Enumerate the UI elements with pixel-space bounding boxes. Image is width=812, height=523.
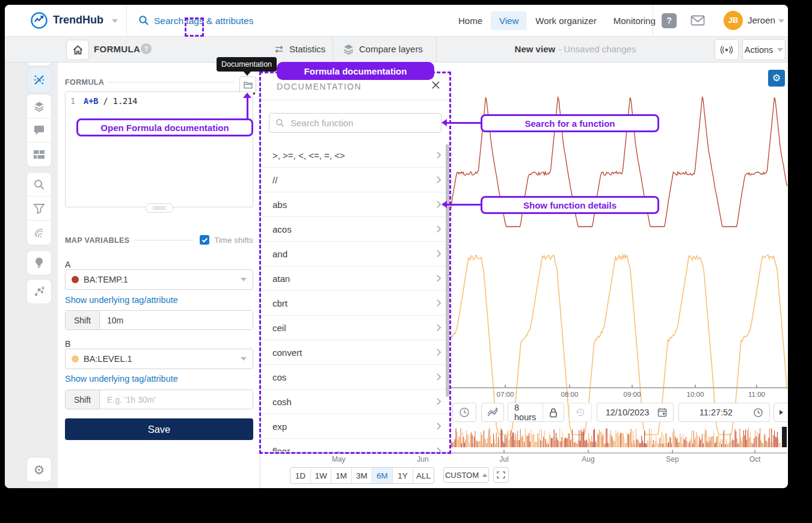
shift-a-input[interactable] bbox=[100, 311, 253, 329]
time-value[interactable]: 11:27:52 bbox=[679, 403, 753, 421]
home-button[interactable] bbox=[66, 40, 89, 60]
sidebar-item-scatter[interactable] bbox=[27, 280, 51, 304]
divider bbox=[133, 240, 193, 240]
function-list-item[interactable]: // bbox=[260, 168, 450, 192]
function-search-field[interactable] bbox=[269, 113, 441, 133]
time-picker-button[interactable] bbox=[452, 403, 476, 422]
save-button[interactable]: Save bbox=[65, 418, 253, 440]
function-list-item[interactable]: >, >=, <, <=, =, <> bbox=[260, 143, 450, 168]
fingerprint-icon bbox=[33, 227, 45, 239]
mail-icon[interactable] bbox=[691, 15, 705, 28]
function-list-item[interactable]: exp bbox=[260, 414, 450, 439]
function-list-item[interactable]: convert bbox=[260, 340, 450, 365]
fit-range-button[interactable] bbox=[493, 467, 509, 483]
help-icon[interactable]: ? bbox=[662, 13, 677, 28]
shift-b-input[interactable] bbox=[100, 390, 253, 409]
sidebar-item-layers[interactable] bbox=[27, 94, 51, 118]
chart-settings-button[interactable]: ⚙ bbox=[768, 70, 785, 87]
time-field[interactable]: 11:27:52 bbox=[678, 403, 770, 422]
variable-a-select[interactable]: BA:TEMP.1 bbox=[65, 269, 253, 290]
scrollbar[interactable] bbox=[446, 144, 449, 397]
trend-options-button[interactable] bbox=[481, 403, 504, 422]
overview-strip[interactable] bbox=[451, 428, 775, 447]
custom-range-button[interactable]: CUSTOM bbox=[443, 467, 489, 483]
date-value[interactable]: 12/10/2023 bbox=[597, 403, 657, 421]
sidebar-item-fingerprint[interactable] bbox=[27, 221, 51, 245]
range-button-1d[interactable]: 1D bbox=[291, 468, 311, 483]
function-search-input[interactable] bbox=[289, 117, 435, 129]
show-underlying-link-b[interactable]: Show underlying tag/attribute bbox=[65, 374, 178, 384]
x-axis-label: 11:00 bbox=[748, 391, 765, 398]
range-button-6m[interactable]: 6M bbox=[372, 468, 393, 483]
function-list-item[interactable]: and bbox=[260, 242, 450, 266]
close-icon[interactable] bbox=[431, 81, 440, 92]
function-list-item[interactable]: abs bbox=[260, 192, 450, 217]
show-underlying-link-a[interactable]: Show underlying tag/attribute bbox=[65, 295, 178, 305]
live-mode-button[interactable] bbox=[715, 39, 739, 60]
settings-button[interactable]: ⚙ bbox=[27, 457, 51, 482]
sidebar-item-comments[interactable] bbox=[27, 118, 51, 142]
nav-link-view[interactable]: View bbox=[491, 11, 527, 30]
statistics-button[interactable]: Statistics bbox=[274, 36, 325, 62]
nav-link-monitoring[interactable]: Monitoring bbox=[605, 11, 664, 30]
range-button-1w[interactable]: 1W bbox=[311, 468, 331, 483]
nav-link-work-organizer[interactable]: Work organizer bbox=[527, 11, 604, 30]
search-input[interactable] bbox=[153, 12, 348, 30]
formula-expression: / 1.214 bbox=[98, 96, 137, 106]
duration-field[interactable]: 8 hours bbox=[508, 403, 564, 422]
function-name: floor bbox=[272, 446, 436, 452]
formula-editor[interactable]: 1 A+B / 1.214 bbox=[65, 91, 253, 207]
overview-axis-label: Oct bbox=[749, 455, 761, 463]
variable-b-select[interactable]: BA:LEVEL.1 bbox=[65, 349, 253, 369]
screen-frame: TrendHub HomeViewWork organizerMonitorin… bbox=[0, 0, 812, 523]
sidebar-item-formula[interactable] bbox=[27, 68, 51, 92]
shift-a-field: Shift bbox=[65, 310, 253, 330]
documentation-title: DOCUMENTATION bbox=[277, 82, 361, 91]
overview-strip[interactable] bbox=[469, 428, 780, 447]
brand-chevron-down-icon[interactable] bbox=[112, 19, 118, 23]
range-button-all[interactable]: ALL bbox=[413, 468, 434, 483]
sidebar-item-dashboard[interactable] bbox=[27, 142, 51, 167]
date-field[interactable]: 12/10/2023 bbox=[597, 403, 674, 422]
calendar-icon bbox=[657, 403, 673, 421]
overview-strip[interactable] bbox=[453, 428, 769, 447]
chevron-right-icon bbox=[436, 422, 441, 430]
history-back-button[interactable] bbox=[569, 403, 592, 422]
avatar[interactable]: JB bbox=[724, 11, 743, 30]
user-chevron-down-icon[interactable] bbox=[778, 19, 784, 23]
function-list-item[interactable]: floor bbox=[260, 439, 450, 451]
function-list-item[interactable]: ceil bbox=[260, 316, 450, 340]
range-button-3m[interactable]: 3M bbox=[352, 468, 372, 483]
compare-layers-button[interactable]: Compare layers bbox=[343, 36, 423, 62]
function-list-item[interactable]: cosh bbox=[260, 390, 450, 414]
editor-resize-handle[interactable] bbox=[146, 203, 173, 213]
actions-button[interactable]: Actions bbox=[742, 39, 786, 60]
lock-duration-button[interactable] bbox=[543, 403, 564, 421]
chevron-right-icon bbox=[436, 373, 441, 381]
range-button-1y[interactable]: 1Y bbox=[393, 468, 413, 483]
function-list-item[interactable]: atan bbox=[260, 266, 450, 291]
function-list: >, >=, <, <=, =, <>//absacosandatancbrtc… bbox=[260, 143, 450, 451]
sidebar-item-filter[interactable] bbox=[27, 197, 51, 221]
sidebar-item-search[interactable] bbox=[27, 173, 51, 197]
sidebar-item-recommendations[interactable] bbox=[27, 251, 51, 275]
function-list-item[interactable]: acos bbox=[260, 217, 450, 242]
function-list-item[interactable]: cos bbox=[260, 365, 450, 390]
function-list-item[interactable]: cbrt bbox=[260, 291, 450, 316]
x-axis-label: 09:00 bbox=[624, 391, 641, 398]
function-name: and bbox=[272, 249, 436, 259]
nav-link-home[interactable]: Home bbox=[450, 11, 491, 30]
time-shifts-checkbox[interactable] bbox=[200, 235, 209, 245]
comment-icon bbox=[33, 125, 45, 136]
time-shifts-label: Time shifts bbox=[214, 236, 253, 245]
overview-drag-handle[interactable] bbox=[782, 427, 787, 447]
step-forward-button[interactable] bbox=[774, 403, 788, 422]
formula-help-icon[interactable]: ? bbox=[141, 43, 152, 54]
annotation-arrow-line bbox=[446, 122, 481, 124]
range-button-1m[interactable]: 1M bbox=[331, 468, 352, 483]
open-documentation-button[interactable] bbox=[239, 76, 256, 93]
line-number: 1 bbox=[70, 96, 80, 106]
left-icon-rail: ⚙ bbox=[5, 36, 58, 488]
duration-value[interactable]: 8 hours bbox=[508, 403, 543, 421]
x-axis-label: 10:00 bbox=[687, 391, 704, 398]
